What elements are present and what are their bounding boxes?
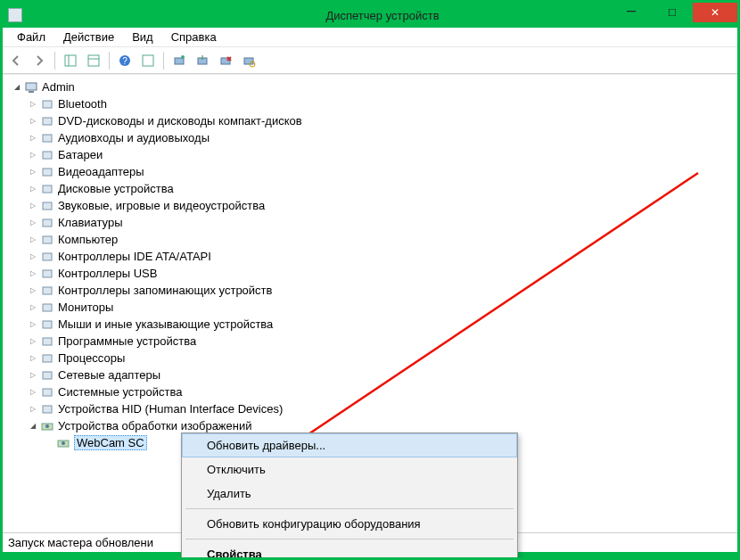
properties-button[interactable] [84,51,103,70]
caption-buttons [611,3,737,22]
show-hide-tree-button[interactable] [61,51,80,70]
expand-icon[interactable] [28,285,38,296]
menu-file[interactable]: Файл [8,29,54,45]
close-button[interactable] [693,3,737,22]
context-menu-properties[interactable]: Свойства [182,542,517,560]
expand-icon[interactable] [28,336,38,347]
expand-icon[interactable] [28,167,38,177]
tree-node[interactable]: Устройства HID (Human Interface Devices) [28,400,736,417]
device-icon [40,402,54,416]
device-icon [40,182,54,196]
expand-icon[interactable] [28,302,38,313]
device-icon [40,233,54,247]
tree-node[interactable]: Bluetooth [28,95,736,112]
tree-node[interactable]: Батареи [28,146,736,163]
tree-node[interactable]: Контроллеры запоминающих устройств [28,282,736,299]
device-tree[interactable]: Admin BluetoothDVD-дисководы и дисководы… [4,78,736,451]
maximize-button[interactable] [652,3,693,22]
node-label: Звуковые, игровые и видеоустройства [58,199,265,212]
expand-icon[interactable] [28,201,38,211]
tree-node[interactable]: Дисковые устройства [28,180,736,197]
svg-point-39 [62,441,65,445]
expand-icon[interactable] [28,99,38,110]
svg-rect-20 [43,152,52,159]
update-driver-button[interactable] [193,51,212,70]
menu-bar: Файл Действие Вид Справка [3,28,737,47]
expand-icon[interactable] [28,235,38,245]
menu-help[interactable]: Справка [162,29,226,45]
title-bar[interactable]: Диспетчер устройств [3,3,737,28]
expand-icon[interactable] [28,319,38,330]
tree-node[interactable]: Сетевые адаптеры [28,366,736,383]
expand-icon[interactable] [28,218,38,228]
expand-icon[interactable] [28,150,38,161]
tree-node[interactable]: Звуковые, игровые и видеоустройства [28,197,736,214]
node-label: Процессоры [58,351,125,365]
tree-node[interactable]: DVD-дисководы и дисководы компакт-дисков [28,112,736,129]
expand-icon[interactable] [28,370,38,381]
window-frame: Диспетчер устройств Файл Действие Вид Сп… [0,0,740,560]
tree-node[interactable]: Клавиатуры [28,214,736,231]
node-label: Системные устройства [58,385,182,399]
tree-node[interactable]: Контроллеры USB [28,265,736,282]
device-icon [40,114,54,128]
device-icon [40,284,54,298]
expand-icon[interactable] [28,353,38,364]
tree-node[interactable]: Процессоры [28,350,736,366]
toolbar-separator [163,52,164,70]
context-menu-delete[interactable]: Удалить [182,482,517,506]
tree-node[interactable]: Системные устройства [28,383,736,400]
context-menu-update-drivers[interactable]: Обновить драйверы... [182,433,517,457]
menu-action[interactable]: Действие [54,29,123,45]
node-label: Батареи [58,148,103,161]
action-button[interactable] [138,51,158,70]
tree-node[interactable]: Видеоадаптеры [28,163,736,180]
toolbar-separator [109,52,110,70]
help-button[interactable]: ? [115,51,135,70]
expand-icon[interactable] [28,133,38,144]
svg-rect-30 [43,321,52,328]
svg-rect-21 [43,169,52,176]
context-menu-disable[interactable]: Отключить [182,457,517,482]
device-icon [40,267,54,281]
tree-node[interactable]: Программные устройства [28,333,736,350]
svg-rect-24 [43,219,52,226]
tree-root-label: Admin [42,80,75,94]
disable-button[interactable] [239,51,259,70]
tree-root[interactable]: Admin [12,78,736,95]
uninstall-button[interactable] [216,51,235,70]
back-button[interactable] [6,51,26,70]
tree-node[interactable]: Компьютер [28,231,736,248]
svg-point-37 [45,424,49,428]
svg-rect-6 [143,55,153,66]
expand-icon[interactable] [28,404,38,415]
svg-rect-32 [43,355,52,362]
device-icon [40,385,54,399]
menu-view[interactable]: Вид [123,29,162,45]
tree-node[interactable]: Мониторы [28,299,736,316]
device-icon [40,334,54,349]
node-label: Устройства обработки изображений [58,419,252,432]
tree-node[interactable]: Аудиовходы и аудиовыходы [28,129,736,146]
expand-icon[interactable] [28,387,38,398]
svg-rect-2 [88,55,99,66]
svg-rect-7 [175,58,184,64]
expand-icon[interactable] [28,184,38,194]
scan-hardware-button[interactable] [169,51,189,70]
expand-icon[interactable] [28,251,38,262]
forward-button[interactable] [29,51,49,70]
tree-node[interactable]: Мыши и иные указывающие устройства [28,316,736,333]
node-label: Мыши и иные указывающие устройства [58,317,273,331]
node-label: Клавиатуры [58,216,123,229]
toolbar: ? [3,47,737,74]
expand-icon[interactable] [28,421,38,432]
expand-icon[interactable] [12,82,22,93]
device-icon [40,216,54,230]
context-menu-rescan[interactable]: Обновить конфигурацию оборудования [182,512,517,536]
expand-icon[interactable] [28,268,38,279]
expand-icon[interactable] [28,116,38,127]
node-label: Мониторы [58,301,113,314]
device-icon [40,148,54,162]
tree-node[interactable]: Контроллеры IDE ATA/ATAPI [28,248,736,265]
minimize-button[interactable] [611,3,652,22]
